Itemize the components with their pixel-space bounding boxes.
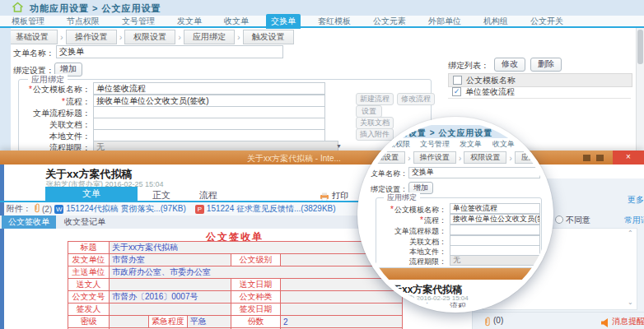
local-file-label: 本地文件： [25, 131, 91, 142]
edit-flow-button[interactable]: 修改流程 [397, 93, 435, 105]
lens-subtab: 操作设置 [413, 151, 456, 164]
tab-underline [0, 26, 644, 28]
magnifier-circle: 功能应用设置 > 公文应用设置 节点权限 文号管理 发文单 收文单 基础设置› … [357, 117, 553, 313]
lens-flow-label: *流程： [379, 215, 446, 226]
sheet-value-cell: 平急 [188, 316, 231, 328]
minimize-button[interactable] [583, 155, 590, 161]
chevron-down-icon[interactable]: ⌄ [628, 299, 633, 306]
row-checkbox-checked[interactable]: ✓ [452, 87, 461, 96]
form-tab-sign-sheet[interactable]: 公文签收单 [2, 215, 56, 229]
chevron-right-icon: › [119, 32, 123, 42]
radio-icon[interactable] [555, 215, 563, 224]
settings-scrollbar[interactable] [636, 28, 644, 151]
sheet-value-cell [110, 316, 149, 328]
chevron-right-icon: › [237, 32, 240, 42]
sheet-label-cell: 送文日期 [231, 279, 281, 291]
window-title: 关于xx方案代拟稿 - Inte... [247, 153, 341, 164]
sheet-label-cell: 标题 [68, 242, 110, 254]
attachment-link[interactable]: 151224代拟稿 贯彻落实...(97KB) [66, 203, 186, 215]
sheet-value-cell: 2 [281, 316, 403, 328]
sheet-value-cell [110, 279, 231, 291]
chevron-right-icon: › [459, 153, 462, 163]
chevron-right-icon: › [178, 32, 181, 42]
paperclip-icon [33, 203, 40, 215]
doc-tab-body[interactable]: 正文 [152, 189, 170, 202]
lens-flow-title-input [450, 225, 540, 235]
required-star: * [62, 97, 65, 106]
attachment-link[interactable]: 151224 征求意见反馈情...(3829KB) [207, 203, 336, 215]
sheet-label-cell: 公文文号 [68, 291, 110, 304]
doc-tab-form[interactable]: 文单 [45, 187, 138, 201]
flow-title-input[interactable] [93, 106, 325, 118]
lens-window-titlebar [357, 268, 553, 280]
table-row: 标题 关于xx方案代拟稿 [68, 242, 403, 254]
sheet-value-cell [110, 304, 231, 316]
panel-divider [473, 312, 644, 313]
maximize-button[interactable] [596, 155, 604, 161]
screenshot-stage: 功能应用设置 > 公文应用设置 模板管理 节点权限 文号管理 发文单 收文单 交… [0, 0, 644, 329]
chevron-down-icon[interactable]: ▼ [336, 143, 342, 149]
sheet-label-cell: 发文单位 [68, 254, 110, 266]
related-doc-button[interactable]: 关联文档 [356, 117, 394, 129]
lens-app-bind-legend: 应用绑定 [384, 192, 420, 203]
insert-file-button[interactable]: 插入附件 [356, 128, 394, 141]
flow-title-label: 文单流程标题： [25, 108, 91, 119]
print-label[interactable]: 打印 [332, 190, 348, 202]
window-titlebar[interactable]: 关于xx方案代拟稿 - Inte... × [0, 151, 644, 164]
doc-name-input[interactable]: 交换单 [56, 45, 283, 58]
table-row: 发文单位 市督办室 公文级别 [68, 254, 403, 266]
word-file-icon: W [54, 205, 63, 214]
sheet-value-cell: 关于xx方案代拟稿 [110, 242, 403, 254]
subtab-permission[interactable]: 权限设置 [124, 30, 175, 44]
related-doc-input[interactable] [93, 118, 325, 130]
set-button[interactable]: 设置 [356, 105, 382, 118]
lens-tab: 收文单 [492, 139, 515, 150]
sheet-label-cell: 公文种类 [231, 291, 281, 304]
breadcrumb: 功能应用设置 > 公文应用设置 [30, 2, 161, 15]
template-name-label: *公文模板名称： [25, 84, 91, 95]
sheet-label-cell: 签发日期 [231, 304, 281, 316]
flow-input[interactable]: 接收单位单位公文收文员(签收) [93, 95, 325, 107]
doc-tab-flow[interactable]: 流程 [199, 189, 217, 202]
subtab-app-bind[interactable]: 应用绑定 [184, 30, 235, 44]
table-row: 主送单位 市政府办公室、市委办公室 [68, 266, 403, 279]
form-tab-register[interactable]: 收文登记单 [64, 216, 105, 228]
select-all-checkbox[interactable] [453, 76, 462, 85]
modify-button[interactable]: 修改 [494, 58, 525, 72]
table-row: 密级 紧急程度 平急 份数 2 [68, 316, 403, 328]
megaphone-icon[interactable] [601, 316, 610, 329]
local-file-input[interactable] [93, 129, 325, 141]
sheet-label-cell: 送文人 [68, 279, 110, 291]
chevron-up-icon[interactable]: ⌃ [628, 229, 633, 237]
sheet-label-cell: 主送单位 [68, 266, 110, 279]
lens-deadline-label: 流程期限： [379, 257, 446, 267]
sheet-value-cell [281, 304, 403, 316]
close-button[interactable]: × [613, 151, 644, 164]
scrollbar-thumb[interactable] [637, 30, 643, 64]
chevron-right-icon: › [60, 32, 63, 42]
delete-button[interactable]: 删除 [530, 58, 562, 72]
radio-disagree[interactable]: 不同意 [555, 215, 590, 226]
lens-doc-tab-flow: 流程 [450, 301, 466, 313]
lens-doc-name-label: 文单名称： [371, 169, 408, 179]
subtab-operation[interactable]: 操作设置 [66, 30, 117, 44]
subtab-trigger[interactable]: 触发设置 [243, 30, 294, 44]
template-name-input[interactable]: 单位签收流程 [93, 82, 325, 95]
sheet-label-cell: 密级 [68, 316, 110, 328]
sign-sheet-table: 标题 关于xx方案代拟稿 发文单位 市督办室 公文级别 主送单位 市政府办公室、… [68, 241, 403, 329]
chevron-right-icon: › [408, 153, 411, 163]
common-phrases-link[interactable]: 常用语 [624, 215, 644, 226]
sheet-value-cell: 市督办〔2016〕0007号 [110, 291, 231, 304]
main-tab-bar: 模板管理 节点权限 文号管理 发文单 收文单 交换单 套红模板 公文元素 外部单… [0, 16, 644, 27]
subtab-basic[interactable]: 基础设置 [7, 30, 58, 44]
table-row: 送文人 送文日期 [68, 279, 403, 291]
lens-deadline-select: 无 [450, 255, 540, 266]
paperclip-icon[interactable] [483, 315, 491, 329]
panel-attach-count: (0) [493, 316, 503, 325]
bind-list-row[interactable]: ✓ 单位签收流程 [448, 86, 631, 99]
new-flow-button[interactable]: 新建流程 [356, 93, 394, 105]
sheet-label-cell: 份数 [231, 316, 281, 328]
more-link[interactable]: 更多 [628, 194, 644, 206]
notice-link[interactable]: 消息提醒 [612, 316, 644, 327]
lens-subtab: 权限设置 [464, 151, 506, 164]
